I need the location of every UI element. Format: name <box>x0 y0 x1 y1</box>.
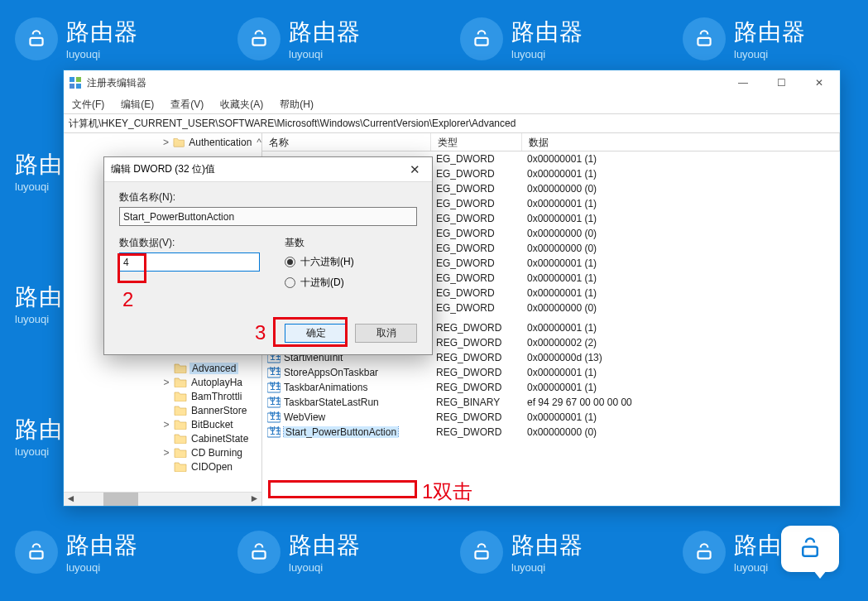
tree-item-label: CabinetState <box>189 433 250 445</box>
value-type-cell: REG_DWORD <box>431 411 522 423</box>
col-header-data[interactable]: 数据 <box>522 133 840 151</box>
list-header[interactable]: 名称 类型 数据 <box>262 133 840 151</box>
tree-twisty-icon[interactable]: > <box>161 377 171 388</box>
value-type-cell: EG_DWORD <box>431 168 522 180</box>
tree-item-label: Advanced <box>189 363 238 374</box>
value-data-cell: 0x00000000 (0) <box>522 426 840 438</box>
svg-text:011: 011 <box>270 411 281 419</box>
tree-item[interactable]: >BitBucket <box>67 417 261 431</box>
value-data-cell: 0x00000001 (1) <box>522 411 840 423</box>
tree-item[interactable]: BamThrottli <box>67 389 261 403</box>
value-type-cell: EG_DWORD <box>431 213 522 224</box>
menu-file[interactable]: 文件(F) <box>69 96 108 113</box>
menu-view[interactable]: 查看(V) <box>167 96 207 113</box>
value-type-cell: EG_DWORD <box>431 243 522 254</box>
tree-item-label: AutoplayHa <box>189 377 244 388</box>
tree-item[interactable]: >AutoplayHa <box>67 375 261 389</box>
dword-icon: 110011 <box>267 397 281 408</box>
tree-item[interactable]: BannerStore <box>67 403 261 417</box>
value-data-cell: 0x00000001 (1) <box>522 382 840 393</box>
value-type-cell: EG_DWORD <box>431 183 522 195</box>
svg-rect-11 <box>70 84 74 89</box>
maximize-button[interactable]: ☐ <box>762 70 800 95</box>
svg-rect-10 <box>76 77 81 82</box>
col-header-type[interactable]: 类型 <box>431 133 522 151</box>
dword-icon: 110011 <box>267 367 281 378</box>
titlebar[interactable]: 注册表编辑器 — ☐ ✕ <box>64 70 840 95</box>
value-type-cell: REG_DWORD <box>431 382 522 393</box>
svg-rect-2 <box>475 37 487 45</box>
svg-rect-8 <box>803 547 818 556</box>
dialog-titlebar[interactable]: 编辑 DWORD (32 位)值 ✕ <box>104 157 432 182</box>
menu-favorites[interactable]: 收藏夹(A) <box>217 96 266 113</box>
tree-horizontal-scrollbar[interactable]: ◄► <box>64 492 261 506</box>
registry-value-row[interactable]: 110011TaskbarAnimationsREG_DWORD0x000000… <box>262 380 840 395</box>
annotation-label-2: 2 <box>122 288 133 311</box>
dword-icon: 110011 <box>267 382 281 393</box>
value-type-cell: EG_DWORD <box>431 228 522 239</box>
folder-icon <box>174 377 187 387</box>
value-data-cell: 0x00000001 (1) <box>522 198 840 209</box>
dword-icon: 110011 <box>267 411 281 423</box>
folder-icon <box>174 447 187 458</box>
registry-value-row[interactable]: 110011TaskbarStateLastRunREG_BINARYef 94… <box>262 395 840 410</box>
value-type-cell: EG_DWORD <box>431 257 522 269</box>
tree-item[interactable]: CIDOpen <box>67 459 261 474</box>
value-type-cell: REG_DWORD <box>431 426 522 438</box>
value-name-cell: 110011Start_PowerButtonAction <box>262 426 431 438</box>
folder-icon <box>174 433 187 444</box>
menu-edit[interactable]: 编辑(E) <box>117 96 157 113</box>
router-icon <box>15 17 58 60</box>
tree-item-label: BannerStore <box>189 405 248 416</box>
close-button[interactable]: ✕ <box>800 70 838 95</box>
tree-item[interactable]: >CD Burning <box>67 445 261 459</box>
tree-twisty-icon[interactable]: > <box>161 137 170 148</box>
tree-item[interactable]: Advanced <box>67 361 261 375</box>
svg-text:011: 011 <box>270 367 281 374</box>
tree-item[interactable]: CabinetState <box>67 431 261 445</box>
folder-icon <box>173 137 185 147</box>
value-data-cell: 0x00000001 (1) <box>522 272 840 284</box>
value-data-cell: ef 94 29 67 00 00 00 00 <box>522 397 840 408</box>
radio-icon <box>285 257 295 267</box>
tree-twisty-icon[interactable]: > <box>161 447 171 459</box>
value-name-label: 数值名称(N): <box>119 190 417 204</box>
value-name-cell: 110011TaskbarAnimations <box>262 382 431 393</box>
radix-dec-option[interactable]: 十进制(D) <box>285 276 354 290</box>
value-type-cell: REG_DWORD <box>431 322 522 334</box>
tree-item[interactable]: >Authentication ^ <box>67 135 261 149</box>
ok-button[interactable]: 确定 <box>285 324 347 343</box>
value-name-cell: 110011StoreAppsOnTaskbar <box>262 367 431 378</box>
radio-icon <box>285 277 295 288</box>
minimize-button[interactable]: — <box>724 70 762 95</box>
svg-text:011: 011 <box>270 397 281 404</box>
value-type-cell: EG_DWORD <box>431 153 522 165</box>
svg-rect-6 <box>475 551 487 558</box>
svg-rect-9 <box>70 77 74 82</box>
registry-value-row[interactable]: 110011Start_PowerButtonActionREG_DWORD0x… <box>262 425 840 440</box>
tree-twisty-icon[interactable]: > <box>161 419 171 430</box>
value-data-cell: 0x00000000 (0) <box>522 243 840 254</box>
value-name-field[interactable] <box>119 207 417 226</box>
value-type-cell: EG_DWORD <box>431 272 522 284</box>
radix-hex-option[interactable]: 十六进制(H) <box>285 255 354 269</box>
value-data-field[interactable] <box>119 252 260 272</box>
svg-rect-4 <box>30 551 42 558</box>
chat-bubble-icon <box>781 526 839 572</box>
value-data-cell: 0x00000001 (1) <box>522 168 840 180</box>
cancel-button[interactable]: 取消 <box>355 324 417 343</box>
value-data-cell: 0x00000000 (0) <box>522 183 840 195</box>
address-bar[interactable]: 计算机\HKEY_CURRENT_USER\SOFTWARE\Microsoft… <box>64 113 840 133</box>
dialog-close-button[interactable]: ✕ <box>404 159 425 180</box>
svg-rect-5 <box>252 551 265 558</box>
registry-value-row[interactable]: 110011StoreAppsOnTaskbarREG_DWORD0x00000… <box>262 365 840 380</box>
col-header-name[interactable]: 名称 <box>262 133 431 151</box>
svg-rect-12 <box>76 84 81 89</box>
svg-rect-3 <box>698 37 710 45</box>
watermark-name: 路由器 <box>66 17 138 48</box>
tree-item-label: CIDOpen <box>189 461 234 473</box>
value-data-cell: 0x00000001 (1) <box>522 322 840 334</box>
menu-help[interactable]: 帮助(H) <box>276 96 317 113</box>
value-data-cell: 0x00000001 (1) <box>522 367 840 378</box>
registry-value-row[interactable]: 110011WebViewREG_DWORD0x00000001 (1) <box>262 410 840 425</box>
